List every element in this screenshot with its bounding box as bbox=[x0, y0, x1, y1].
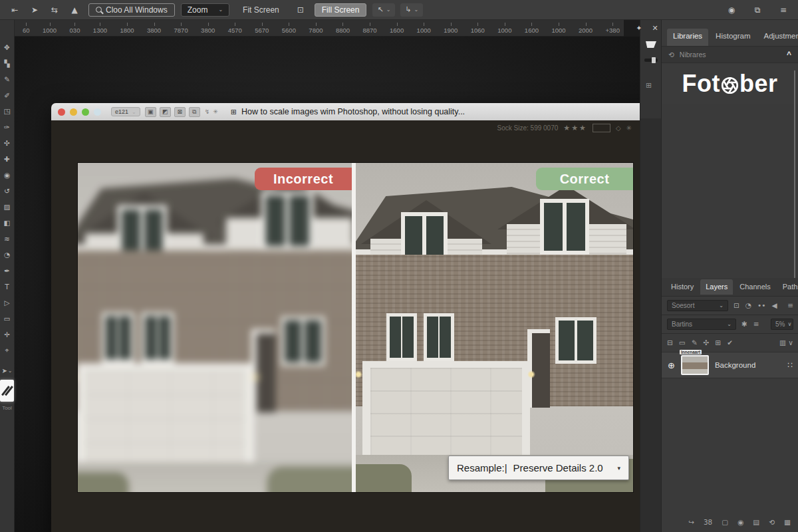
garage bbox=[78, 363, 254, 477]
tile-view-icon[interactable]: ⧉ bbox=[189, 107, 200, 117]
lock-options-row: ⊟▭✎✣⊞✔▥ ∨ bbox=[662, 333, 798, 351]
tab-adjustments[interactable]: Adjustments bbox=[758, 29, 798, 46]
stamp-lock-icon[interactable]: ✔ bbox=[727, 338, 733, 346]
type-tool-icon[interactable]: T bbox=[1, 281, 14, 292]
blur-tool-icon[interactable]: ≋ bbox=[1, 233, 14, 244]
layer-thumbnail[interactable]: Innenaart bbox=[681, 355, 709, 375]
pen-tool-icon[interactable]: ✒ bbox=[1, 265, 14, 276]
resample-dropdown[interactable]: Resample:| Preserve Details 2.0 ▾ bbox=[448, 456, 629, 480]
lines-icon[interactable]: ≡ bbox=[753, 320, 759, 328]
tab-histogram[interactable]: Histogram bbox=[710, 29, 756, 46]
quick-select-tool-icon[interactable]: ✐ bbox=[1, 89, 14, 100]
comparison-image[interactable]: Incorrect Correct Resamp bbox=[78, 163, 633, 492]
eject-icon[interactable]: ▲ bbox=[66, 5, 82, 15]
zoom-tool-select[interactable]: Zoom ⌄ bbox=[181, 3, 229, 17]
lasso-tool-icon[interactable]: ✎ bbox=[1, 73, 14, 84]
new-layer-icon[interactable]: ⟲ bbox=[769, 518, 775, 526]
ruler-tick: 1300 bbox=[93, 22, 107, 34]
zoom-cursor-dropdown[interactable]: ↖⌄ bbox=[372, 3, 395, 17]
crop-tool-icon[interactable]: ◳ bbox=[1, 105, 14, 116]
marquee-tool-icon[interactable]: ▚ bbox=[1, 57, 14, 68]
swap-arrows-icon[interactable]: ⇆ bbox=[47, 5, 63, 15]
zoom-tool-icon[interactable]: ⌖ bbox=[1, 344, 14, 356]
grid-icon[interactable]: ⊞ bbox=[646, 81, 652, 90]
align-arrow-icon[interactable]: ⇤ bbox=[7, 5, 23, 15]
active-line-tool[interactable] bbox=[0, 380, 14, 402]
zoom-level-badge[interactable]: e121 ⌄ bbox=[111, 107, 140, 116]
export-view-icon[interactable]: ⊠ bbox=[174, 107, 186, 117]
adjustment-layer-icon[interactable]: ◉ bbox=[737, 518, 743, 526]
gradient-tool-icon[interactable]: ◧ bbox=[1, 217, 14, 228]
layer-row-background[interactable]: ⊕ Innenaart Background ∷ bbox=[662, 352, 798, 378]
hand-tool-icon[interactable]: ✛ bbox=[1, 329, 14, 340]
history-brush-tool-icon[interactable]: ↺ bbox=[1, 185, 14, 196]
tool-tooltip: Tool bbox=[2, 405, 12, 411]
tab-history[interactable]: History bbox=[666, 279, 699, 295]
sharp-version: Correct bbox=[356, 163, 633, 492]
dodge-tool-icon[interactable]: ◔ bbox=[1, 249, 14, 260]
help-icon[interactable]: ◉ bbox=[724, 5, 739, 15]
frame-lock-icon[interactable]: ▭ bbox=[679, 338, 686, 346]
tab-paths[interactable]: Paths bbox=[777, 279, 798, 295]
fill-screen-button[interactable]: Fill Screen bbox=[315, 3, 367, 17]
document-titlebar[interactable]: e121 ⌄ ▣◩⊠⧉ ↯✳ ⊞ How to scale images wim… bbox=[51, 103, 654, 120]
grid-lock-icon[interactable]: ⊞ bbox=[715, 338, 721, 346]
resize-windows-icon[interactable]: ⊡ bbox=[293, 5, 309, 15]
arrange-icon[interactable]: ▣ bbox=[145, 107, 156, 117]
audio-filter-icon[interactable]: ◀ bbox=[771, 301, 777, 309]
visibility-eye-icon[interactable]: ⊕ bbox=[668, 360, 675, 370]
fit-screen-button[interactable]: Fit Screen bbox=[235, 3, 287, 17]
brush-tool-icon[interactable]: ✚ bbox=[1, 153, 14, 164]
zoom-all-windows-button[interactable]: Cloo All Windows bbox=[88, 3, 175, 17]
ruler-tick: 1000 bbox=[551, 22, 565, 34]
libraries-search-row[interactable]: ⟲ Nibrares ^ bbox=[662, 46, 798, 63]
lock-icon[interactable]: ∷ bbox=[787, 360, 793, 370]
split-view-icon[interactable]: ◩ bbox=[160, 107, 171, 117]
blend-mode-dropdown[interactable]: Bartins ⌄ bbox=[667, 319, 736, 330]
minimize-window-button[interactable] bbox=[70, 108, 77, 116]
path-select-tool-icon[interactable]: ▷ bbox=[1, 297, 14, 308]
tab-layers[interactable]: Layers bbox=[700, 279, 733, 295]
zoom-level-value: e121 bbox=[115, 108, 128, 115]
annotate-tool-icon[interactable]: ➤ ⌄ bbox=[1, 367, 12, 374]
star-icon[interactable]: ✱ bbox=[741, 320, 747, 328]
mini-slider[interactable] bbox=[644, 59, 658, 62]
shape-tool-icon[interactable]: ▭ bbox=[1, 313, 14, 324]
menu-icon[interactable]: ≡ bbox=[775, 5, 791, 15]
move-lock-icon[interactable]: ✣ bbox=[704, 338, 710, 346]
panel-menu-icon[interactable]: ≡ bbox=[787, 301, 793, 309]
eyedropper-tool-icon[interactable]: ✑ bbox=[1, 121, 14, 132]
export-lock-icon[interactable]: ⊟ bbox=[667, 338, 673, 346]
ruler-tick: 3800 bbox=[147, 22, 161, 34]
opacity-dropdown[interactable]: 5% ∨ bbox=[771, 319, 793, 330]
delete-layer-icon[interactable]: ▦ bbox=[784, 518, 791, 526]
fill-lock-dropdown-icon[interactable]: ▥ ∨ bbox=[779, 338, 793, 346]
tab-libraries[interactable]: Libraries bbox=[667, 29, 708, 46]
move-tool-icon[interactable]: ✥ bbox=[1, 41, 14, 53]
healing-brush-tool-icon[interactable]: ✣ bbox=[1, 137, 14, 148]
garage bbox=[362, 361, 530, 469]
panel-scrollbar[interactable] bbox=[794, 70, 795, 297]
group-layers-icon[interactable]: ▤ bbox=[753, 518, 759, 526]
tab-channels[interactable]: Channels bbox=[734, 279, 775, 295]
pen-lock-icon[interactable]: ✎ bbox=[692, 338, 698, 346]
adjustment-filter-icon[interactable]: ◔ bbox=[745, 301, 751, 309]
collapse-caret-icon[interactable]: ^ bbox=[787, 50, 791, 59]
fx-icon[interactable]: 38 bbox=[704, 518, 712, 526]
cursor-arrow-icon[interactable]: ➤ bbox=[27, 5, 43, 15]
eraser-tool-icon[interactable]: ▨ bbox=[1, 201, 14, 212]
dots-filter-icon[interactable]: •• bbox=[757, 301, 765, 309]
layer-mask-icon[interactable]: ▢ bbox=[722, 518, 728, 526]
resample-label: Resample:| bbox=[457, 462, 507, 473]
rotate-view-dropdown[interactable]: ↳⌄ bbox=[400, 3, 423, 17]
pin-icon[interactable]: ✦ bbox=[636, 24, 642, 33]
workspace-icon[interactable]: ⧉ bbox=[749, 5, 765, 15]
chevron-down-icon: ⌄ bbox=[719, 303, 724, 309]
layer-filter-dropdown[interactable]: Soesort ⌄ bbox=[667, 300, 728, 311]
clone-stamp-tool-icon[interactable]: ◉ bbox=[1, 169, 14, 180]
close-icon[interactable]: ✕ bbox=[652, 24, 658, 33]
link-layers-icon[interactable]: ↪ bbox=[688, 518, 694, 526]
maximize-window-button[interactable] bbox=[82, 108, 89, 116]
kind-filter-icon[interactable]: ⊡ bbox=[733, 301, 739, 309]
close-window-button[interactable] bbox=[58, 108, 65, 116]
